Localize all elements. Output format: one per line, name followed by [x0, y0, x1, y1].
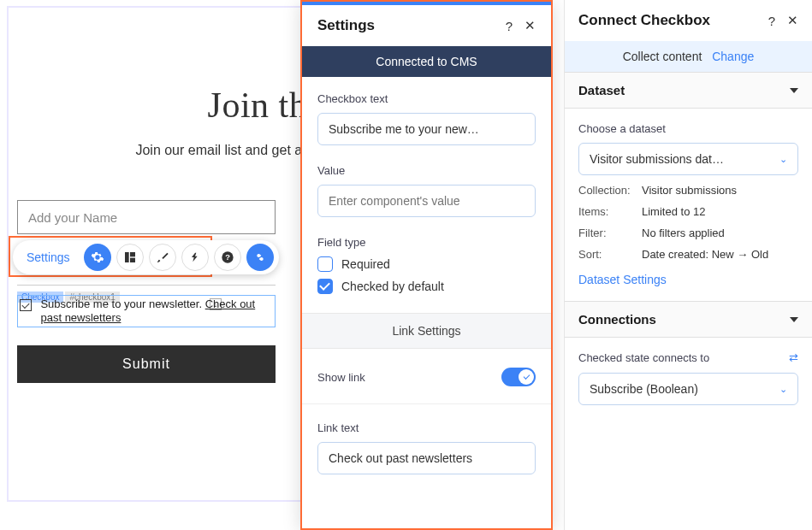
link-settings-header: Link Settings — [302, 313, 551, 349]
required-checkbox[interactable] — [317, 256, 333, 272]
checked-default-option[interactable]: Checked by default — [317, 279, 536, 294]
link-text-label: Link text — [317, 421, 536, 434]
name-input[interactable] — [17, 200, 276, 234]
checked-default-checkbox[interactable] — [317, 279, 333, 294]
animation-icon[interactable] — [181, 244, 209, 271]
checked-default-label: Checked by default — [341, 280, 444, 293]
choose-dataset-label: Choose a dataset — [578, 122, 798, 135]
submit-button[interactable]: Submit — [17, 345, 276, 383]
checked-state-value: Subscribe (Boolean) — [590, 382, 698, 396]
settings-panel-title: Settings — [317, 17, 375, 34]
close-icon[interactable]: ✕ — [787, 13, 798, 28]
collect-content-band: Collect content Change — [565, 41, 812, 72]
close-icon[interactable]: ✕ — [525, 18, 536, 33]
gear-icon[interactable] — [84, 244, 111, 271]
checkbox-icon[interactable] — [20, 299, 32, 311]
settings-panel: Settings ? ✕ Connected to CMS Checkbox t… — [300, 0, 553, 530]
help-icon[interactable]: ? — [506, 19, 513, 33]
link-text-input[interactable] — [317, 442, 536, 474]
help-icon[interactable]: ? — [214, 244, 241, 271]
sort-value: Date created: New → Old — [642, 248, 768, 261]
swap-icon[interactable]: ⇄ — [789, 351, 798, 364]
connections-section-title: Connections — [578, 312, 656, 327]
connect-panel: Connect Checkbox ? ✕ Collect content Cha… — [564, 0, 812, 530]
value-label: Value — [317, 164, 536, 177]
svg-rect-2 — [130, 258, 135, 262]
chevron-down-icon: ⌄ — [779, 154, 787, 165]
collect-content-label: Collect content — [623, 50, 702, 63]
checkbox-text-main: Subscribe me to your newsletter. — [40, 297, 202, 310]
chevron-down-icon — [790, 88, 798, 93]
dataset-section-header[interactable]: Dataset — [565, 72, 812, 109]
dataset-section-title: Dataset — [578, 83, 625, 97]
checkbox-text: Subscribe me to your newsletter. Check o… — [40, 297, 271, 324]
chevron-down-icon — [790, 317, 798, 322]
connect-panel-title: Connect Checkbox — [578, 12, 710, 29]
required-label: Required — [341, 257, 390, 271]
dataset-settings-link[interactable]: Dataset Settings — [578, 273, 667, 286]
brush-icon[interactable] — [149, 244, 176, 271]
settings-panel-header: Settings ? ✕ — [302, 5, 551, 46]
chevron-down-icon: ⌄ — [779, 384, 787, 395]
checkbox-text-label: Checkbox text — [317, 92, 536, 105]
connect-panel-header: Connect Checkbox ? ✕ — [565, 0, 812, 41]
checkbox-element[interactable]: Subscribe me to your newsletter. Check o… — [17, 295, 276, 327]
filter-label: Filter: — [578, 227, 642, 239]
connections-section-header[interactable]: Connections — [565, 301, 812, 338]
collection-value: Visitor submissions — [642, 184, 737, 197]
items-value: Limited to 12 — [642, 205, 705, 218]
toolbar-settings-link[interactable]: Settings — [18, 245, 79, 269]
filter-value: No filters applied — [642, 227, 725, 239]
checked-state-select[interactable]: Subscribe (Boolean) ⌄ — [578, 373, 798, 405]
layout-icon[interactable] — [116, 244, 144, 271]
sort-label: Sort: — [578, 248, 642, 261]
checkbox-text-input[interactable] — [317, 113, 536, 145]
email-input-outline — [17, 285, 276, 286]
field-type-label: Field type — [317, 236, 536, 249]
svg-text:?: ? — [225, 253, 230, 262]
value-input[interactable] — [317, 185, 536, 217]
show-link-toggle[interactable] — [501, 368, 536, 386]
dataset-select[interactable]: Visitor submissions dat… ⌄ — [578, 143, 798, 175]
collection-label: Collection: — [578, 184, 642, 197]
change-link[interactable]: Change — [712, 50, 754, 63]
dataset-select-value: Visitor submissions dat… — [590, 152, 724, 166]
element-toolbar: Settings ? — [13, 240, 279, 274]
help-icon[interactable]: ? — [768, 14, 775, 28]
required-option[interactable]: Required — [317, 256, 536, 272]
svg-rect-0 — [125, 252, 129, 262]
connect-data-icon[interactable] — [246, 244, 274, 271]
svg-rect-1 — [130, 252, 135, 256]
items-label: Items: — [578, 205, 642, 218]
checked-state-label: Checked state connects to — [578, 351, 709, 364]
show-link-label: Show link — [317, 371, 365, 384]
cms-banner: Connected to CMS — [302, 46, 551, 77]
